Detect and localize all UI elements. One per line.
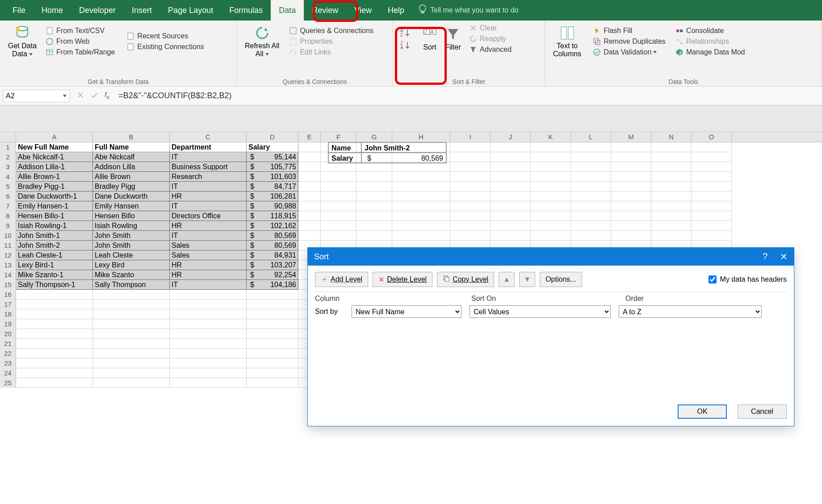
cell[interactable]: IT <box>170 152 247 162</box>
sort-on-select[interactable]: Cell Values <box>470 305 611 318</box>
cell[interactable] <box>93 339 170 349</box>
row-header[interactable]: 3 <box>0 162 16 172</box>
cell[interactable]: Leah Cleste <box>93 250 170 260</box>
cell[interactable] <box>611 221 651 231</box>
cell[interactable]: HR <box>170 260 247 270</box>
row-header[interactable]: 25 <box>0 378 16 388</box>
cell[interactable] <box>321 211 356 221</box>
cell[interactable] <box>611 162 651 172</box>
cell[interactable] <box>450 142 491 152</box>
remove-duplicates[interactable]: Remove Duplicates <box>591 37 667 46</box>
cell[interactable] <box>450 211 491 221</box>
cell[interactable]: HR <box>170 221 247 231</box>
cell[interactable] <box>16 358 93 368</box>
cell[interactable]: Allie Brown <box>93 172 170 182</box>
cell[interactable] <box>611 152 651 162</box>
cell[interactable] <box>298 221 321 231</box>
cell[interactable] <box>298 231 321 241</box>
cell[interactable] <box>93 329 170 339</box>
cell[interactable]: Allie Brown-1 <box>16 172 93 182</box>
manage-data-model[interactable]: Manage Data Mod <box>674 47 747 57</box>
cell[interactable] <box>16 329 93 339</box>
cell[interactable]: IT <box>170 201 247 211</box>
copy-level-button[interactable]: Copy Level <box>437 272 494 287</box>
cell[interactable] <box>692 231 732 241</box>
cell[interactable] <box>247 309 298 319</box>
menu-formulas[interactable]: Formulas <box>221 0 271 21</box>
get-data-button[interactable]: Get Data Data <box>4 23 40 60</box>
cell[interactable]: Salary <box>247 142 298 152</box>
cell[interactable] <box>491 162 531 172</box>
cell[interactable]: Bradley Pigg-1 <box>16 182 93 192</box>
col-header[interactable]: M <box>611 132 651 142</box>
row-header[interactable]: 21 <box>0 339 16 349</box>
cell[interactable] <box>611 211 651 221</box>
cell[interactable]: $84,717 <box>247 182 298 192</box>
col-header[interactable]: K <box>531 132 571 142</box>
cell[interactable] <box>321 221 356 231</box>
cell[interactable] <box>356 192 392 201</box>
cell[interactable] <box>450 201 491 211</box>
cell[interactable]: John Smith <box>93 241 170 250</box>
cell[interactable] <box>531 231 571 241</box>
cell[interactable]: Hensen Billo-1 <box>16 211 93 221</box>
cell[interactable] <box>692 182 732 192</box>
cell[interactable] <box>247 339 298 349</box>
cell[interactable]: $84,931 <box>247 250 298 260</box>
cell[interactable] <box>356 201 392 211</box>
cell[interactable] <box>93 378 170 388</box>
add-level-button[interactable]: ＋Add Level <box>315 272 368 287</box>
cell[interactable]: $118,915 <box>247 211 298 221</box>
cell[interactable] <box>491 152 531 162</box>
cell[interactable] <box>356 211 392 221</box>
row-header[interactable]: 1 <box>0 142 16 152</box>
cell[interactable] <box>491 211 531 221</box>
cell[interactable] <box>16 300 93 309</box>
cell[interactable]: Full Name <box>93 142 170 152</box>
cell[interactable]: Business Support <box>170 162 247 172</box>
cell[interactable] <box>298 201 321 211</box>
properties[interactable]: Properties <box>287 37 375 46</box>
cell[interactable]: Dane Duckworth <box>93 192 170 201</box>
formula-input[interactable]: =B2&"-"&COUNTIF(B$2:B2,B2) <box>114 90 822 101</box>
cell[interactable] <box>571 182 611 192</box>
from-web[interactable]: From Web <box>44 37 117 46</box>
cell[interactable]: $102,162 <box>247 221 298 231</box>
cell[interactable] <box>692 221 732 231</box>
row-header[interactable]: 20 <box>0 329 16 339</box>
cell[interactable] <box>692 162 732 172</box>
cell[interactable] <box>450 152 491 162</box>
cell[interactable] <box>571 172 611 182</box>
relationships[interactable]: Relationships <box>674 37 747 46</box>
cell[interactable] <box>356 162 392 172</box>
cell[interactable] <box>651 201 692 211</box>
cell[interactable] <box>450 221 491 231</box>
advanced-filter[interactable]: Advanced <box>467 45 513 54</box>
cell[interactable] <box>16 349 93 358</box>
cell[interactable] <box>356 172 392 182</box>
has-headers-checkbox[interactable]: My data has headers <box>709 275 787 283</box>
cell[interactable]: Abe Nickcalf-1 <box>16 152 93 162</box>
reapply-filter[interactable]: Reapply <box>467 34 513 44</box>
cell[interactable] <box>93 358 170 368</box>
sort-desc-button[interactable]: ZA <box>398 39 415 51</box>
text-to-columns[interactable]: Text to Columns <box>549 23 585 60</box>
row-header[interactable]: 12 <box>0 250 16 260</box>
cell[interactable]: Lexy Bird <box>93 260 170 270</box>
cell[interactable] <box>611 142 651 152</box>
cell[interactable] <box>298 162 321 172</box>
row-header[interactable]: 19 <box>0 319 16 329</box>
cell[interactable] <box>356 231 392 241</box>
cell[interactable] <box>692 211 732 221</box>
menu-view[interactable]: View <box>346 0 380 21</box>
menu-data[interactable]: Data <box>271 0 304 21</box>
cell[interactable] <box>692 201 732 211</box>
cell[interactable] <box>651 142 692 152</box>
from-text-csv[interactable]: From Text/CSV <box>44 26 117 36</box>
from-table-range[interactable]: From Table/Range <box>44 47 117 57</box>
cell[interactable] <box>298 192 321 201</box>
cell[interactable] <box>170 309 247 319</box>
cell[interactable] <box>531 211 571 221</box>
recent-sources[interactable]: Recent Sources <box>125 31 206 41</box>
col-header[interactable]: B <box>93 132 170 142</box>
